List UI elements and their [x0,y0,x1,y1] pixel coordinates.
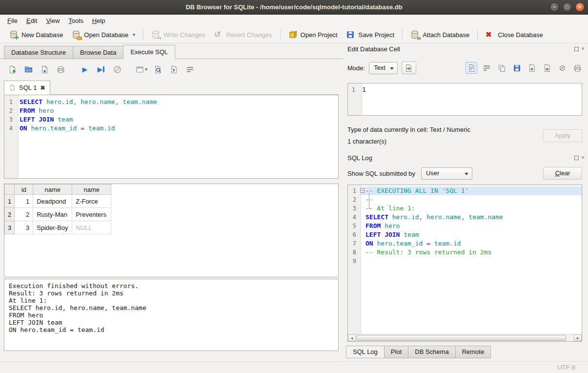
sql-token: hero [385,222,400,229]
menu-view[interactable]: View [41,16,64,26]
cell-name[interactable]: Spider-Boy [33,221,72,234]
new-sql-tab-button[interactable] [6,63,19,76]
line-number: 2 [348,195,359,204]
import-text-button[interactable] [402,62,416,74]
new-database-button[interactable]: + New Database [5,28,67,41]
cell-name[interactable]: Rusty-Man [33,208,72,221]
scroll-right-icon[interactable]: ▸ [574,334,582,341]
column-header-name-2[interactable]: name [72,185,111,195]
sql-tab-close-icon[interactable]: ✖ [40,84,45,91]
menu-file[interactable]: File [3,16,22,26]
filter-label: Show SQL submitted by [347,170,415,177]
sql-token: = [423,240,434,247]
column-header-id[interactable]: id [15,185,33,195]
text-mode-button[interactable] [466,62,477,74]
revert-changes-label: Revert Changes [226,31,272,39]
row-number: 2 [5,208,15,221]
cell-id[interactable]: 2 [15,208,33,221]
horizontal-scrollbar[interactable]: ◂ ▸ [348,334,582,341]
execute-all-button[interactable]: ▶ [79,63,91,76]
scrollbar-track[interactable] [567,334,574,341]
save-project-button[interactable]: Save Project [342,28,399,41]
cell-id[interactable]: 3 [15,221,33,234]
print-sql-button[interactable] [54,63,67,76]
tab-db-schema[interactable]: DB Schema [408,346,455,358]
open-sql-file-button[interactable] [22,63,35,76]
word-wrap-button[interactable] [481,62,492,74]
tab-sql-log[interactable]: SQL Log [346,346,385,358]
copy-cell-button[interactable] [496,62,507,74]
open-database-button[interactable]: Open Database ▾ [67,28,140,41]
line-number: 6 [348,230,359,239]
table-row[interactable]: 2 2 Rusty-Man Preventers [5,208,111,221]
main-tab-bar: Database Structure Browse Data Execute S… [4,46,175,59]
save-results-button[interactable]: ▾ [135,63,148,76]
format-sql-button[interactable] [167,63,180,76]
mode-label: Mode: [347,64,365,72]
tab-plot[interactable]: Plot [385,346,408,358]
open-database-dropdown-icon[interactable]: ▾ [133,32,135,37]
menu-help[interactable]: Help [88,16,110,26]
encoding-indicator[interactable]: UTF-8 [557,364,575,371]
line-number: 1 [348,186,359,195]
maximize-button[interactable]: □ [563,2,572,12]
cell-team-name-null[interactable]: NULL [72,221,111,234]
tab-execute-sql[interactable]: Execute SQL [123,45,175,59]
cell-team-name[interactable]: Preventers [72,208,111,221]
save-sql-file-button[interactable] [38,63,51,76]
close-pane-icon[interactable]: × [581,46,585,52]
menu-tools[interactable]: Tools [64,16,87,26]
results-grid[interactable]: id name name 1 1 Deadpond Z-Force 2 2 Ru… [4,184,339,277]
tab-database-structure[interactable]: Database Structure [4,46,73,59]
write-changes-icon: → [151,30,160,39]
write-changes-button[interactable]: → Write Changes [147,28,210,41]
save-results-dropdown-icon[interactable]: ▾ [145,67,147,72]
scroll-left-icon[interactable]: ◂ [348,334,356,341]
float-pane-icon[interactable] [574,47,579,51]
execute-current-line-button[interactable]: ▶ [95,63,107,76]
table-row[interactable]: 1 1 Deadpond Z-Force [5,195,111,208]
mode-select[interactable]: Text [369,62,398,74]
titlebar[interactable]: DB Browser for SQLite - /home/user/code/… [0,0,588,15]
text-mode-icon [467,64,476,72]
cell-id[interactable]: 1 [15,195,33,208]
revert-changes-button[interactable]: ↺ Revert Changes [210,28,277,41]
save-cell-button[interactable] [511,62,523,74]
close-pane-icon[interactable]: × [581,155,585,161]
sql-log-view[interactable]: 1 − -- EXECUTING ALL IN 'SQL 1' 2 -- 3 -… [347,185,582,342]
close-button[interactable]: × [575,2,585,12]
toolbar-separator [477,29,478,40]
stop-execution-button[interactable] [111,63,123,76]
cell-name[interactable]: Deadpond [33,195,72,208]
row-number: 3 [5,221,15,234]
sql-1-tab[interactable]: SQL 1 ✖ [4,81,50,95]
find-button[interactable] [151,63,164,76]
word-wrap-button[interactable] [183,63,196,76]
column-header-name[interactable]: name [33,185,72,195]
import-cell-button[interactable] [526,62,538,74]
float-pane-icon[interactable] [574,156,579,160]
minimize-button[interactable]: − [550,2,559,12]
clear-log-button[interactable]: Clear [543,167,582,180]
close-database-button[interactable]: ✖ Close Database [481,28,547,41]
cell-team-name[interactable]: Z-Force [72,195,111,208]
tab-browse-data[interactable]: Browse Data [73,46,123,59]
attach-database-button[interactable]: ∞ Attach Database [406,28,474,41]
table-row[interactable]: 3 3 Spider-Boy NULL [5,221,111,234]
open-database-label: Open Database [84,31,128,39]
cell-value-editor[interactable]: 1 1 [347,83,582,116]
tab-remote[interactable]: Remote [456,346,491,358]
print-cell-button[interactable] [571,62,583,74]
menu-edit[interactable]: Edit [22,16,41,26]
submitted-by-select[interactable]: User [421,167,472,180]
apply-button[interactable]: Apply [543,129,582,142]
export-cell-button[interactable] [541,62,553,74]
export-icon [543,64,551,72]
sql-editor[interactable]: 1 SELECT hero.id, hero.name, team.name 2… [4,95,339,179]
fold-collapse-icon[interactable]: − [360,188,365,193]
set-null-button[interactable] [556,62,568,74]
scrollbar-thumb[interactable] [357,335,566,341]
sql-token: hero.name [426,213,461,221]
open-project-button[interactable]: Open Project [284,28,342,41]
sql-token: , [115,98,123,105]
